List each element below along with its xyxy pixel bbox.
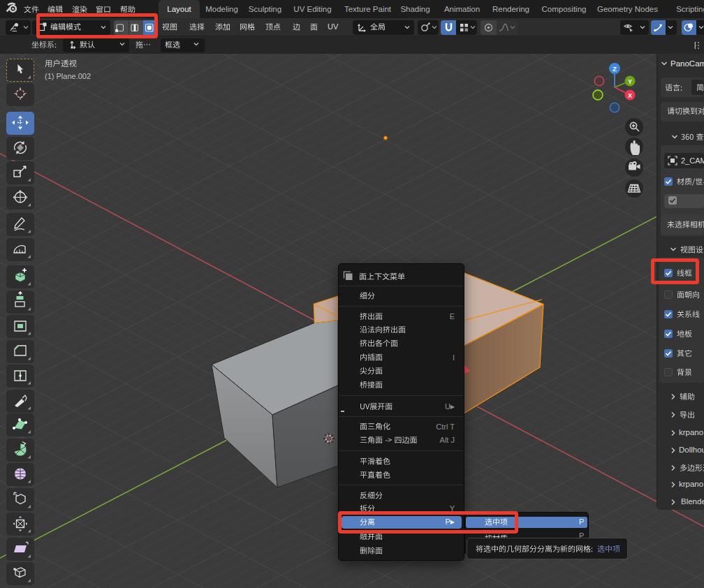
svg-text:Z: Z — [613, 65, 617, 73]
svg-text:X: X — [628, 92, 632, 99]
svg-text:Y: Y — [628, 78, 632, 85]
